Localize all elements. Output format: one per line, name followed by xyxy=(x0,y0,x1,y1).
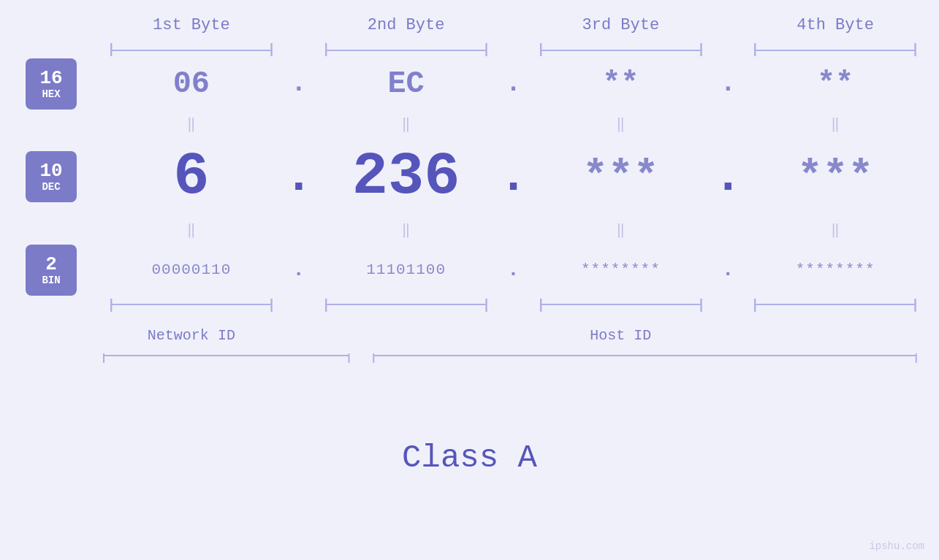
equals-3: ‖ xyxy=(532,115,710,133)
dec-byte4: *** xyxy=(797,153,873,201)
bin-byte2: 11101100 xyxy=(366,261,446,278)
equals-4: ‖ xyxy=(746,115,924,133)
hex-dot1: . xyxy=(291,69,307,99)
bin-dot3: . xyxy=(722,258,734,281)
bin-byte1: 00000110 xyxy=(151,261,231,278)
equals-8: ‖ xyxy=(746,220,924,239)
bin-badge: 2 BIN xyxy=(26,245,77,296)
bin-byte3: ******** xyxy=(581,261,661,278)
equals-2: ‖ xyxy=(317,115,495,133)
dec-byte2: 236 xyxy=(352,143,460,211)
hex-dot3: . xyxy=(720,69,736,99)
byte-header-3: 3rd Byte xyxy=(532,16,710,34)
equals-7: ‖ xyxy=(532,220,710,239)
network-id-label: Network ID xyxy=(148,327,235,344)
dec-dot1: . xyxy=(284,150,313,204)
hex-badge: 16 HEX xyxy=(26,58,77,110)
bin-dot1: . xyxy=(292,258,305,281)
hex-byte4: ** xyxy=(817,66,854,101)
equals-6: ‖ xyxy=(317,220,495,239)
dec-dot2: . xyxy=(499,150,528,204)
bin-dot2: . xyxy=(507,258,520,281)
dec-dot3: . xyxy=(713,150,742,204)
page-container: 1st Byte 2nd Byte 3rd Byte 4th Byte xyxy=(0,0,939,560)
equals-5: ‖ xyxy=(102,220,281,239)
hex-dot2: . xyxy=(506,69,522,99)
class-label: Class A xyxy=(402,440,537,476)
hex-byte1: 06 xyxy=(173,66,210,101)
hex-byte2: EC xyxy=(387,66,424,101)
host-id-label: Host ID xyxy=(590,327,651,344)
dec-badge: 10 DEC xyxy=(26,151,77,202)
dec-byte1: 6 xyxy=(173,143,209,211)
equals-1: ‖ xyxy=(102,115,281,133)
byte-header-1: 1st Byte xyxy=(102,16,281,34)
byte-header-2: 2nd Byte xyxy=(317,16,495,34)
bin-byte4: ******** xyxy=(796,261,875,278)
watermark: ipshu.com xyxy=(869,540,924,552)
dec-byte3: *** xyxy=(582,153,658,201)
hex-byte3: ** xyxy=(602,66,639,101)
byte-header-4: 4th Byte xyxy=(746,16,924,34)
